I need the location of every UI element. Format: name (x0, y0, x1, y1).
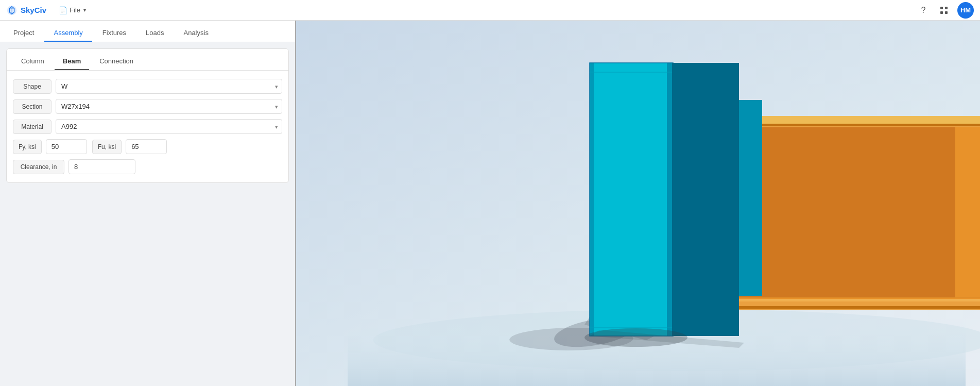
3d-scene (296, 21, 980, 386)
section-select[interactable]: W27x194 W24x162 W21x147 W18x130 (56, 99, 282, 114)
section-label: Section (13, 99, 51, 114)
svg-rect-1 (940, 7, 943, 9)
sub-tab-connection[interactable]: Connection (91, 53, 142, 70)
svg-rect-34 (590, 63, 594, 336)
svg-rect-3 (940, 11, 943, 14)
shape-label: Shape (13, 79, 51, 94)
svg-rect-4 (945, 11, 948, 14)
form-content: Shape W HSS L C S ▾ Section (7, 71, 288, 182)
clearance-label: Clearance, in (13, 160, 64, 174)
svg-rect-2 (945, 7, 948, 9)
viewport: Export Model (STL) (296, 21, 980, 386)
sub-tab-column[interactable]: Column (13, 53, 53, 70)
fy-field: Fy, ksi (13, 139, 87, 154)
tab-loads[interactable]: Loads (136, 25, 173, 42)
help-icon[interactable]: ? (916, 3, 931, 18)
app-name: SkyCiv (21, 6, 46, 14)
clearance-row: Clearance, in (13, 159, 282, 174)
tab-project[interactable]: Project (4, 25, 43, 42)
sub-tab-beam[interactable]: Beam (55, 53, 89, 70)
tab-fixtures[interactable]: Fixtures (93, 25, 135, 42)
svg-rect-32 (739, 100, 762, 296)
content-card: Column Beam Connection Shape W HSS L C (6, 48, 289, 183)
nav-tabs: Project Assembly Fixtures Loads Analysis (0, 21, 295, 42)
material-select-wrapper: A992 A36 A500 ▾ (56, 119, 282, 134)
fu-label: Fu, ksi (92, 140, 122, 154)
section-row: Section W27x194 W24x162 W21x147 W18x130 … (13, 99, 282, 114)
material-select[interactable]: A992 A36 A500 (56, 119, 282, 134)
fy-input[interactable] (46, 139, 87, 154)
clearance-input[interactable] (68, 159, 135, 174)
fu-field: Fu, ksi (92, 139, 167, 154)
svg-rect-33 (590, 63, 672, 336)
app-logo[interactable]: SkyCiv (6, 5, 46, 16)
left-panel: Project Assembly Fixtures Loads Analysis… (0, 21, 296, 386)
apps-grid-icon[interactable] (937, 3, 951, 18)
fy-label: Fy, ksi (13, 140, 42, 154)
tab-analysis[interactable]: Analysis (174, 25, 217, 42)
shape-select[interactable]: W HSS L C S (56, 79, 282, 94)
chevron-down-icon: ▾ (83, 7, 86, 13)
file-menu[interactable]: 📄 File ▾ (55, 4, 90, 16)
shape-row: Shape W HSS L C S ▾ (13, 79, 282, 94)
fu-input[interactable] (126, 139, 167, 154)
section-select-wrapper: W27x194 W24x162 W21x147 W18x130 ▾ (56, 99, 282, 114)
tab-assembly[interactable]: Assembly (44, 25, 92, 42)
svg-rect-29 (955, 127, 980, 297)
fy-fu-row: Fy, ksi Fu, ksi (13, 139, 282, 154)
file-label: File (70, 6, 80, 14)
shape-select-wrapper: W HSS L C S ▾ (56, 79, 282, 94)
file-icon: 📄 (59, 6, 67, 14)
user-avatar[interactable]: HM (957, 2, 974, 19)
material-label: Material (13, 120, 51, 134)
material-row: Material A992 A36 A500 ▾ (13, 119, 282, 134)
sub-tabs: Column Beam Connection (7, 49, 288, 71)
svg-rect-37 (672, 63, 739, 336)
